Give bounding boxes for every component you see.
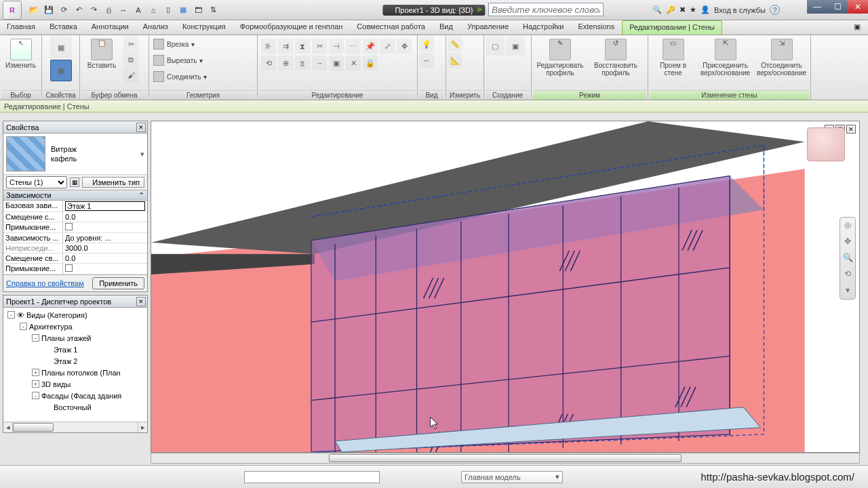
steering-icon[interactable]: ◎ xyxy=(842,220,853,231)
key-icon[interactable]: 🔑 xyxy=(666,5,675,14)
exchange-icon[interactable]: ✖ xyxy=(679,5,686,14)
tree-toggle-icon[interactable]: - xyxy=(7,311,15,319)
viewcube[interactable] xyxy=(807,127,845,161)
print-icon[interactable]: ⎙ xyxy=(102,3,115,17)
extend-icon[interactable]: → xyxy=(312,56,327,70)
prop-value[interactable] xyxy=(63,222,147,232)
prop-value[interactable]: 3000.0 xyxy=(63,243,147,253)
trim-icon[interactable]: ⊣ xyxy=(329,39,344,54)
checkbox-icon[interactable] xyxy=(65,223,73,230)
sync-icon[interactable]: ⟳ xyxy=(57,3,71,17)
view-dim-icon[interactable]: ↔ xyxy=(419,53,434,68)
copy-icon[interactable]: ⧉ xyxy=(123,52,138,67)
scroll-left-icon[interactable]: ◂ xyxy=(3,422,13,432)
prop-value[interactable]: 0.0 xyxy=(63,253,147,263)
section-icon[interactable]: ▯ xyxy=(161,3,175,17)
palette-close-icon[interactable]: ✕ xyxy=(136,123,146,132)
array-icon[interactable]: ⋯ xyxy=(346,39,361,54)
tree-item[interactable]: Восточный xyxy=(3,401,147,413)
view-horizontal-scrollbar[interactable] xyxy=(151,453,860,464)
match-icon[interactable]: 🖌 xyxy=(123,68,138,83)
binoculars-icon[interactable]: 🔍 xyxy=(652,5,662,14)
filter-icon[interactable]: ▦ xyxy=(70,178,79,187)
create-similar-icon[interactable]: ▢ xyxy=(486,37,505,56)
tab-edit-walls[interactable]: Редактирование | Стены xyxy=(622,20,722,35)
tree-toggle-icon[interactable]: - xyxy=(32,334,39,342)
search-input[interactable] xyxy=(488,3,604,16)
text-icon[interactable]: A xyxy=(132,3,145,17)
measure-icon[interactable]: ↔ xyxy=(117,3,130,17)
scale-icon[interactable]: ⤢ xyxy=(380,39,395,54)
tab-7[interactable]: Вид xyxy=(433,20,460,35)
open-icon[interactable]: 📂 xyxy=(27,3,41,17)
delete-icon[interactable]: ✕ xyxy=(346,56,361,70)
paste-button[interactable]: 📋Вставить xyxy=(81,37,122,71)
tree-item[interactable]: +3D виды xyxy=(3,378,147,390)
browser-tree[interactable]: -👁Виды (Категория)-Архитектура-Планы эта… xyxy=(3,308,147,422)
tree-toggle-icon[interactable]: - xyxy=(20,323,27,330)
workset-combo[interactable]: Главная модель▾ xyxy=(461,471,563,483)
login-link[interactable]: Вход в службы xyxy=(714,6,766,14)
tab-3[interactable]: Анализ xyxy=(136,20,176,35)
checkbox-icon[interactable] xyxy=(65,264,73,272)
view-close-icon[interactable]: ✕ xyxy=(846,125,856,134)
tab-1[interactable]: Вставка xyxy=(43,20,85,35)
orbit-icon[interactable]: ⟲ xyxy=(842,269,853,280)
type-selector[interactable]: Витражкафель ▾ xyxy=(3,134,147,174)
dropdown-icon[interactable]: ▾ xyxy=(140,150,144,159)
cope-button[interactable]: Врезка▾ xyxy=(151,37,197,52)
close-button[interactable]: ✕ xyxy=(848,0,868,14)
prop-value[interactable]: 0.0 xyxy=(63,212,147,222)
sheet-icon[interactable]: ▦ xyxy=(176,3,190,17)
browser-title[interactable]: Проект1 - Диспетчер проектов✕ xyxy=(3,296,147,308)
tab-5[interactable]: Формообразующие и генплан xyxy=(233,20,351,35)
cut-icon[interactable]: ✂ xyxy=(123,37,138,52)
measure-ang-icon[interactable]: 📐 xyxy=(448,53,462,68)
offset-icon[interactable]: ⇉ xyxy=(278,39,293,54)
minimize-button[interactable]: — xyxy=(807,0,827,14)
tab-8[interactable]: Управление xyxy=(460,20,516,35)
switch-icon[interactable]: ⇅ xyxy=(206,3,220,17)
user-icon[interactable]: 👤 xyxy=(701,5,710,14)
tree-item[interactable]: -Планы этажей xyxy=(3,332,147,344)
pan-icon[interactable]: ✥ xyxy=(842,237,853,247)
prop-value[interactable] xyxy=(63,201,147,211)
browser-close-icon[interactable]: ✕ xyxy=(136,297,146,306)
rotate-icon[interactable]: ⟲ xyxy=(261,56,276,70)
tree-item[interactable]: +Планы потолков (План xyxy=(3,367,147,378)
maximize-button[interactable]: ☐ xyxy=(827,0,848,14)
zoom-icon[interactable]: 🔍 xyxy=(842,253,853,264)
tree-item[interactable]: Этаж 2 xyxy=(3,355,147,367)
tab-expand-icon[interactable]: ▣ xyxy=(847,20,868,35)
measure-dist-icon[interactable]: 📏 xyxy=(448,37,462,52)
pin-icon[interactable]: 📌 xyxy=(363,39,378,54)
tree-item[interactable]: -👁Виды (Категория) xyxy=(3,309,147,321)
mirror-icon[interactable]: ⧗ xyxy=(295,39,310,54)
3d-icon[interactable]: ⌂ xyxy=(146,3,160,17)
tab-6[interactable]: Совместная работа xyxy=(350,20,433,35)
tab-0[interactable]: Главная xyxy=(0,20,43,35)
edit-profile-button[interactable]: ✎Редактировать профиль xyxy=(533,37,587,79)
move-icon[interactable]: ✥ xyxy=(397,39,412,54)
tree-item[interactable]: -Архитектура xyxy=(3,321,147,332)
window-icon[interactable]: 🗔 xyxy=(191,3,205,17)
create-group-icon[interactable]: ▣ xyxy=(506,37,525,56)
attach-button[interactable]: ⇱Присоединить верх/основание xyxy=(698,37,753,79)
view-scroll-thumb[interactable] xyxy=(329,454,682,462)
tab-4[interactable]: Конструкция xyxy=(176,20,233,35)
prop-input[interactable] xyxy=(65,201,145,211)
scroll-right-icon[interactable]: ▸ xyxy=(138,422,147,432)
copy2-icon[interactable]: ⊕ xyxy=(278,56,293,70)
wall-opening-button[interactable]: ▭Проем в стене xyxy=(650,37,696,79)
3d-viewport[interactable] xyxy=(151,121,860,453)
tree-toggle-icon[interactable]: - xyxy=(32,392,39,399)
tree-toggle-icon[interactable]: + xyxy=(32,369,39,376)
help-icon[interactable]: ? xyxy=(770,5,780,15)
mirror2-icon[interactable]: ⧖ xyxy=(295,56,310,70)
align-icon[interactable]: ⊪ xyxy=(261,39,276,54)
browser-scrollbar[interactable]: ◂▸ xyxy=(3,422,147,432)
save-icon[interactable]: 💾 xyxy=(42,3,56,17)
lock-icon[interactable]: 🔒 xyxy=(363,56,378,70)
group-icon[interactable]: ▣ xyxy=(329,56,344,70)
tree-item[interactable]: -Фасады (Фасад здания xyxy=(3,390,147,401)
